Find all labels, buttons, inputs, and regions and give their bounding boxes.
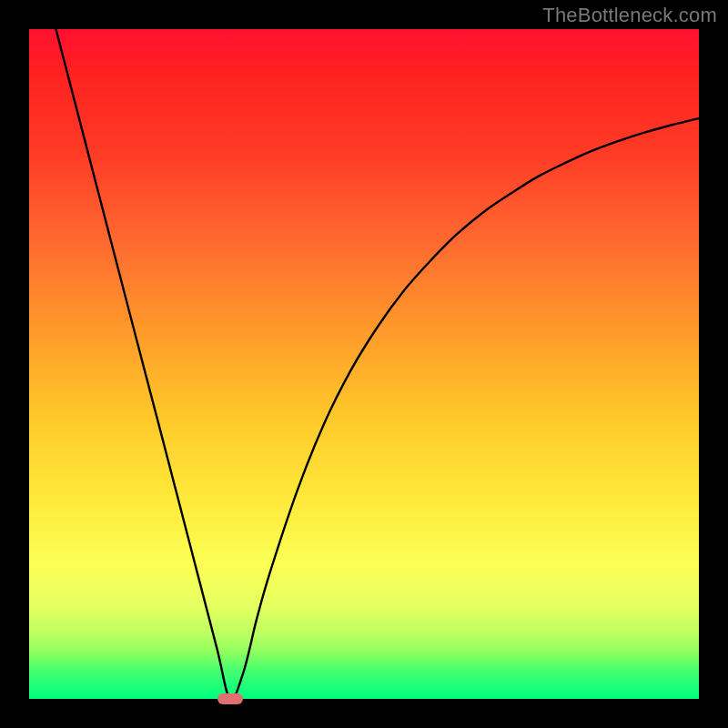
chart-frame: TheBottleneck.com (0, 0, 728, 728)
optimum-marker (217, 693, 243, 704)
watermark-text: TheBottleneck.com (542, 4, 717, 27)
bottleneck-curve (29, 29, 699, 699)
plot-area (29, 29, 699, 699)
